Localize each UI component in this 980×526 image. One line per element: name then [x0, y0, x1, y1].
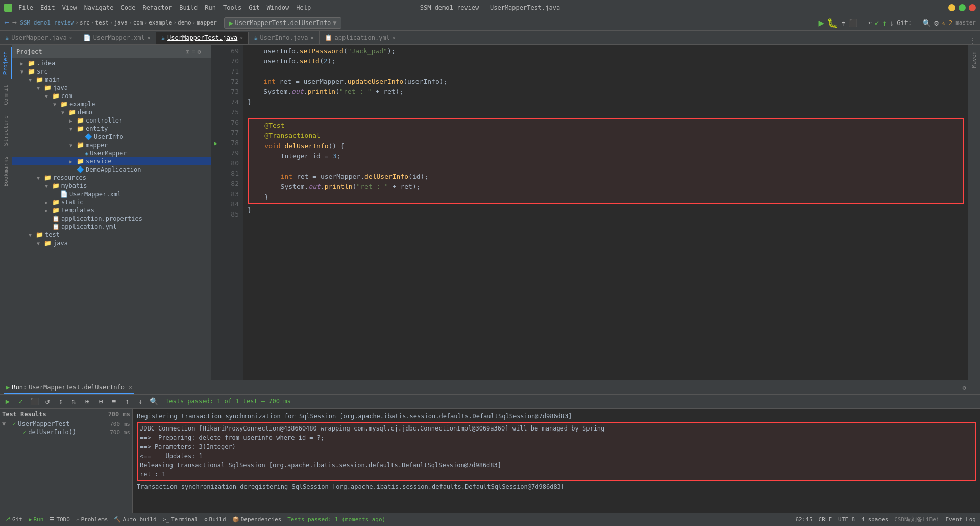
notification-icon[interactable]: ⚠ 2 — [942, 19, 953, 27]
statusbar-dependencies[interactable]: 📦 Dependencies — [232, 516, 281, 523]
minimize-button[interactable]: – — [948, 4, 955, 11]
breadcrumb-mapper[interactable]: mapper — [197, 19, 217, 26]
tree-item-application-yml[interactable]: 📋 application.yml — [12, 223, 211, 231]
tree-item-controller[interactable]: ▶ 📁 controller — [12, 116, 211, 125]
menu-git[interactable]: Git — [246, 3, 263, 12]
tree-item-src[interactable]: ▼ 📁 src — [12, 67, 211, 76]
search-button[interactable]: 🔍 — [922, 19, 931, 27]
run-filter-button[interactable]: ≡ — [108, 396, 119, 407]
run-panel-tab[interactable]: ▶ Run: UserMapperTest.delUserInfo × — [4, 380, 134, 394]
stop-button[interactable]: ⬛ — [849, 19, 857, 27]
run-again-button[interactable]: ▶ — [2, 396, 13, 407]
statusbar-auto-build[interactable]: 🔨 Auto-build — [114, 516, 156, 523]
git-push-button[interactable]: ↑ — [882, 19, 886, 27]
sidebar-commit-label[interactable]: Commit — [1, 81, 11, 109]
run-tab-close[interactable]: × — [129, 384, 132, 391]
tab-usermapper-xml[interactable]: 📄 UserMapper.xml × — [78, 31, 156, 44]
test-results-method[interactable]: ✓ delUserInfo() 700 ms — [2, 428, 130, 436]
bottom-hide-button[interactable]: — — [972, 384, 976, 391]
settings-button[interactable]: ⚙ — [934, 19, 938, 27]
code-area[interactable]: ▶ 69 70 71 72 73 74 75 76 77 78 79 — [211, 45, 968, 380]
tree-item-entity[interactable]: ▼ 📁 entity — [12, 125, 211, 133]
sidebar-bookmarks-label[interactable]: Bookmarks — [1, 152, 11, 191]
tab-close-icon-4[interactable]: × — [311, 35, 314, 41]
tab-close-icon-2[interactable]: × — [148, 35, 151, 41]
hide-panel-button[interactable]: — — [203, 48, 207, 55]
breadcrumb-com[interactable]: com — [133, 19, 143, 26]
tree-item-example[interactable]: ▼ 📁 example — [12, 100, 211, 108]
tree-item-resources[interactable]: ▼ 📁 resources — [12, 174, 211, 182]
run-search-button[interactable]: 🔍 — [148, 396, 159, 407]
tab-close-icon-3[interactable]: × — [240, 35, 243, 41]
run-configuration[interactable]: ▶ UserMapperTest.delUserInfo ▼ — [224, 17, 341, 29]
sidebar-structure-label[interactable]: Structure — [1, 111, 11, 150]
menu-build[interactable]: Build — [176, 3, 201, 12]
tree-item-demo[interactable]: ▼ 📁 demo — [12, 108, 211, 116]
back-button[interactable]: ⬅ — [4, 18, 9, 28]
menu-tools[interactable]: Tools — [220, 3, 244, 12]
code-content[interactable]: userInfo.setPassword("Jack_pwd"); userIn… — [243, 45, 968, 380]
statusbar-build[interactable]: ⚙ Build — [204, 516, 226, 523]
test-results-class[interactable]: ▼ ✓ UserMapperTest 700 ms — [2, 420, 130, 428]
menu-edit[interactable]: Edit — [37, 3, 58, 12]
tree-item-application-properties[interactable]: 📋 application.properties — [12, 214, 211, 223]
line-ending-indicator[interactable]: CRLF — [819, 516, 832, 523]
tree-item-templates[interactable]: ▶ 📁 templates — [12, 206, 211, 214]
tab-userinfo-java[interactable]: ☕ UserInfo.java × — [249, 31, 319, 44]
tree-item-userinfo[interactable]: 🔷 UserInfo — [12, 133, 211, 141]
menu-window[interactable]: Window — [264, 3, 292, 12]
breadcrumb-java[interactable]: java — [114, 19, 128, 26]
breadcrumb-example[interactable]: example — [149, 19, 172, 26]
tree-item-demoapplication[interactable]: 🔷 DemoApplication — [12, 165, 211, 174]
tab-usermapper-java[interactable]: ☕ UserMapper.java × — [0, 31, 78, 44]
debug-button[interactable]: 🐛 — [827, 17, 838, 28]
tab-menu-button[interactable]: ⋮ — [966, 37, 980, 44]
forward-button[interactable]: ➡ — [12, 18, 17, 28]
tree-item-usermapper-xml[interactable]: 📄 UserMapper.xml — [12, 190, 211, 198]
tab-application-yml[interactable]: 📋 application.yml × — [320, 31, 401, 44]
git-update-button[interactable]: ↓ — [890, 19, 894, 27]
tree-item-main[interactable]: ▼ 📁 main — [12, 76, 211, 84]
sidebar-project-label[interactable]: Project — [0, 47, 12, 79]
git-commit-button[interactable]: ✓ — [875, 19, 879, 27]
tree-item-test[interactable]: ▼ 📁 test — [12, 231, 211, 239]
bottom-settings-button[interactable]: ⚙ — [963, 384, 966, 391]
tree-item-static[interactable]: ▶ 📁 static — [12, 198, 211, 206]
tree-item-service[interactable]: ▶ 📁 service — [12, 157, 211, 165]
run-up-button[interactable]: ↑ — [121, 396, 133, 407]
run-down-button[interactable]: ↓ — [135, 396, 146, 407]
run-button[interactable]: ▶ — [818, 17, 824, 28]
statusbar-terminal[interactable]: >_ Terminal — [163, 516, 198, 523]
menu-help[interactable]: Help — [293, 3, 314, 12]
maximize-button[interactable]: □ — [959, 4, 966, 11]
run-stop-button[interactable]: ⬛ — [29, 396, 40, 407]
tree-item-mybatis[interactable]: ▼ 📁 mybatis — [12, 182, 211, 190]
close-button[interactable]: × — [969, 4, 976, 11]
indent-indicator[interactable]: 4 spaces — [861, 516, 888, 523]
tree-item-com[interactable]: ▼ 📁 com — [12, 92, 211, 100]
run-sort2-button[interactable]: ⇅ — [68, 396, 80, 407]
tree-item-mapper-folder[interactable]: ▼ 📁 mapper — [12, 141, 211, 149]
breadcrumb-demo[interactable]: demo — [178, 19, 191, 26]
line-col-indicator[interactable]: 62:45 — [795, 516, 812, 523]
run-expand-button[interactable]: ⊞ — [82, 396, 93, 407]
event-log-button[interactable]: Event Log — [945, 516, 976, 523]
tree-item-test-java[interactable]: ▼ 📁 java — [12, 239, 211, 247]
run-sort-button[interactable]: ↕ — [55, 396, 66, 407]
statusbar-problems[interactable]: ⚠ Problems — [76, 516, 108, 523]
git-rollback-button[interactable]: ↶ — [868, 19, 872, 27]
tree-item-idea[interactable]: ▶ 📁 .idea — [12, 59, 211, 67]
menu-view[interactable]: View — [59, 3, 80, 12]
options-button[interactable]: ⚙ — [198, 48, 201, 55]
statusbar-run[interactable]: ▶ Run — [29, 516, 44, 523]
breadcrumb-project[interactable]: SSM_demo1_review — [20, 19, 74, 26]
tab-close-icon[interactable]: × — [69, 35, 72, 41]
encoding-indicator[interactable]: UTF-8 — [838, 516, 855, 523]
menu-run[interactable]: Run — [202, 3, 219, 12]
tree-item-java[interactable]: ▼ 📁 java — [12, 84, 211, 92]
collapse-all-button[interactable]: ≡ — [191, 48, 195, 55]
scope-button[interactable]: ⊞ — [186, 48, 189, 55]
breadcrumb-src[interactable]: src — [80, 19, 90, 26]
breadcrumb-test[interactable]: test — [95, 19, 109, 26]
run-check-button[interactable]: ✓ — [15, 396, 27, 407]
